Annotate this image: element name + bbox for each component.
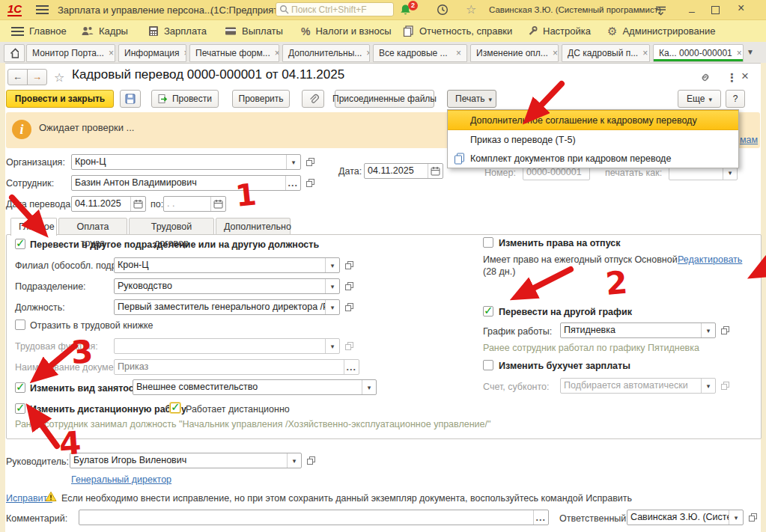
dropdown-icon[interactable] — [701, 323, 715, 337]
schedule-open-icon[interactable] — [719, 322, 732, 338]
history-icon[interactable] — [437, 4, 449, 16]
close-tab-icon[interactable] — [737, 48, 742, 58]
manager-position-link[interactable]: Генеральный директор — [71, 474, 171, 485]
dropdown-icon[interactable] — [325, 279, 339, 293]
vacation-rights-checkbox[interactable] — [483, 237, 493, 248]
close-tab-icon[interactable] — [366, 48, 370, 58]
home-tab[interactable] — [4, 44, 25, 62]
works-remotely-checkbox[interactable] — [170, 403, 180, 413]
print-menu-item-order-t5[interactable]: Приказ о переводе (Т-5) — [448, 130, 738, 149]
print-button[interactable]: Печать — [447, 90, 496, 108]
manager-field[interactable]: Булатов Игорь Виленович — [70, 453, 302, 468]
close-tab-icon[interactable] — [183, 48, 186, 58]
form-tab-contract[interactable]: Трудовой договор — [129, 218, 214, 235]
attached-files-button[interactable]: Присоединенные файлы — [335, 90, 434, 108]
form-tab-main[interactable]: Главное — [10, 218, 57, 236]
department-field[interactable]: Руководство — [114, 278, 340, 294]
tab-list-dropdown-icon[interactable] — [747, 48, 757, 58]
menu-settings[interactable]: Настройка — [526, 20, 591, 42]
post-button[interactable]: Провести — [151, 90, 219, 108]
calendar-icon[interactable] — [210, 197, 225, 211]
save-button[interactable] — [120, 90, 141, 108]
favorite-star-icon[interactable] — [54, 70, 64, 85]
favorites-star-icon[interactable] — [466, 2, 476, 16]
transfer-date-field[interactable]: 04.11.2025 — [71, 196, 146, 212]
employee-field[interactable]: Базин Антон Владимирович — [71, 175, 301, 191]
service-menu-icon[interactable] — [655, 4, 666, 16]
position-field[interactable]: Первый заместитель генерального директор… — [114, 299, 340, 315]
maximize-button[interactable] — [711, 6, 720, 14]
tab-additional[interactable]: Дополнительны... — [282, 44, 370, 62]
form-tab-extra[interactable]: Дополнительно — [216, 218, 291, 235]
close-window-button[interactable]: × — [738, 3, 744, 13]
post-and-close-button[interactable]: Провести и закрыть — [6, 90, 114, 108]
tab-all-hr-docs[interactable]: Все кадровые ... — [373, 44, 467, 62]
dropdown-icon[interactable] — [362, 380, 376, 394]
dropdown-icon[interactable] — [325, 258, 339, 272]
employee-open-icon[interactable] — [304, 175, 317, 191]
minimize-button[interactable]: – — [689, 6, 695, 16]
close-tab-icon[interactable] — [275, 48, 279, 58]
to-date-field[interactable]: . . — [163, 196, 226, 212]
print-menu-item-doc-set[interactable]: Комплект документов при кадровом перевод… — [448, 149, 738, 168]
tab-information[interactable]: Информация — [118, 44, 186, 62]
comment-input[interactable] — [79, 510, 533, 525]
menu-salary[interactable]: Зарплата — [148, 20, 207, 42]
tab-monitor[interactable]: Монитор Порта... — [26, 44, 115, 62]
tab-print-forms[interactable]: Печатные форм... — [189, 44, 279, 62]
doc-name-field[interactable]: Приказ — [114, 359, 359, 375]
status-link-tail[interactable]: мам — [740, 135, 758, 145]
dropdown-icon[interactable] — [286, 155, 300, 169]
schedule-field[interactable]: Пятидневка — [560, 322, 716, 338]
responsible-field[interactable]: Савинская З.Ю. (Системн — [627, 510, 744, 525]
menu-payments[interactable]: Выплаты — [225, 20, 283, 42]
menu-taxes[interactable]: Налоги и взносы — [301, 20, 392, 42]
calendar-icon[interactable] — [428, 164, 443, 178]
dropdown-icon[interactable] — [325, 300, 339, 314]
print-menu-item-agreement[interactable]: Дополнительное соглашение к кадровому пе… — [448, 110, 738, 130]
calendar-icon[interactable] — [130, 197, 145, 211]
close-tab-icon[interactable] — [642, 48, 648, 58]
employment-type-field[interactable]: Внешнее совместительство — [133, 379, 377, 395]
more-button[interactable]: Еще — [678, 90, 721, 108]
department-open-icon[interactable] — [343, 278, 356, 294]
remote-work-checkbox[interactable] — [15, 403, 25, 414]
menu-hr[interactable]: Кадры — [81, 20, 128, 42]
workbook-checkbox[interactable] — [15, 319, 25, 330]
close-tab-icon[interactable] — [109, 48, 114, 58]
form-tab-pay[interactable]: Оплата труда — [58, 218, 127, 235]
tab-current-document[interactable]: Ка... 0000-000001 — [653, 44, 744, 62]
employment-type-checkbox[interactable] — [15, 382, 25, 393]
dropdown-icon[interactable] — [729, 510, 743, 525]
org-field[interactable]: Крон-Ц — [71, 154, 301, 170]
check-button[interactable]: Проверить — [232, 90, 290, 108]
org-open-icon[interactable] — [304, 154, 317, 170]
tab-pay-change[interactable]: Изменение опл... — [470, 44, 559, 62]
attach-file-button[interactable] — [302, 90, 324, 108]
close-tab-icon[interactable] — [553, 48, 558, 58]
schedule-checkbox[interactable] — [483, 306, 493, 317]
branch-field[interactable]: Крон-Ц — [114, 257, 340, 273]
comment-field[interactable] — [79, 510, 549, 525]
back-button[interactable]: ← — [7, 69, 28, 85]
payroll-accounting-checkbox[interactable] — [483, 360, 493, 370]
edit-vacation-link[interactable]: Редактировать — [678, 254, 742, 265]
close-tab-icon[interactable] — [456, 48, 461, 58]
branch-open-icon[interactable] — [343, 257, 356, 273]
choose-icon[interactable] — [344, 360, 359, 374]
help-button[interactable]: ? — [726, 90, 745, 108]
get-link-icon[interactable] — [699, 72, 711, 83]
position-open-icon[interactable] — [343, 299, 356, 315]
search-input[interactable] — [290, 4, 383, 16]
choose-icon[interactable] — [285, 176, 300, 190]
responsible-open-icon[interactable] — [747, 510, 759, 525]
forward-button[interactable]: → — [27, 69, 47, 85]
date-field[interactable]: 04.11.2025 — [364, 163, 443, 179]
global-search[interactable] — [276, 2, 394, 16]
tab-ds-transfer[interactable]: ДС кадровый п... — [562, 44, 650, 62]
transfer-checkbox[interactable] — [15, 239, 25, 249]
menu-reports[interactable]: Отчетность, справки — [403, 20, 512, 42]
main-menu-icon[interactable] — [36, 5, 49, 14]
menu-main[interactable]: Главное — [11, 20, 67, 42]
manager-open-icon[interactable] — [305, 453, 317, 468]
